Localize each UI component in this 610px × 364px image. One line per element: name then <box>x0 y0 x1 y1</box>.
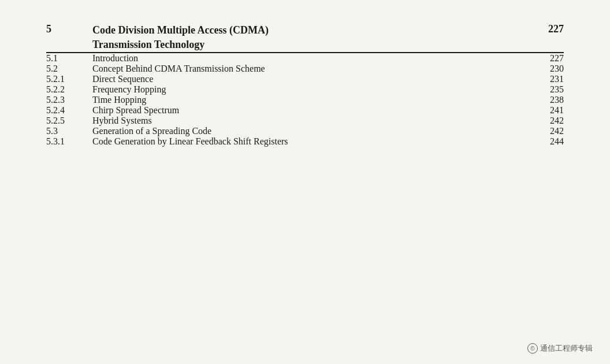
section-row-5-2-1: 5.2.1 Direct Sequence 231 <box>46 74 564 84</box>
section-title-5-3-1: Code Generation by Linear Feedback Shift… <box>92 136 529 147</box>
section-title-5-2: Concept Behind CDMA Transmission Scheme <box>92 64 529 74</box>
chapter-number: 5 <box>46 23 92 52</box>
section-row-5-2-5: 5.2.5 Hybrid Systems 242 <box>46 116 564 126</box>
section-row-5-2: 5.2 Concept Behind CDMA Transmission Sch… <box>46 64 564 74</box>
section-num-5-2: 5.2 <box>46 64 92 74</box>
chapter-title-cell: Code Division Multiple Access (CDMA) Tra… <box>92 23 529 52</box>
section-num-5-3: 5.3 <box>46 126 92 136</box>
section-row-5-1: 5.1 Introduction 227 <box>46 53 564 64</box>
section-num-5-3-1: 5.3.1 <box>46 136 92 147</box>
section-title-5-2-2: Frequency Hopping <box>92 84 529 95</box>
section-page-5-2-2: 235 <box>529 84 564 95</box>
section-page-5-2: 230 <box>529 64 564 74</box>
section-page-5-2-3: 238 <box>529 95 564 105</box>
chapter-title-line2: Transmission Technology <box>92 38 529 52</box>
section-num-5-2-1: 5.2.1 <box>46 74 92 84</box>
section-num-5-2-3: 5.2.3 <box>46 95 92 105</box>
chapter-row: 5 Code Division Multiple Access (CDMA) T… <box>46 23 564 52</box>
section-page-5-1: 227 <box>529 53 564 64</box>
section-page-5-2-4: 241 <box>529 105 564 116</box>
toc-table: 5 Code Division Multiple Access (CDMA) T… <box>46 23 564 147</box>
section-row-5-3-1: 5.3.1 Code Generation by Linear Feedback… <box>46 136 564 147</box>
section-num-5-2-4: 5.2.4 <box>46 105 92 116</box>
section-title-5-1: Introduction <box>92 53 529 64</box>
section-page-5-3: 242 <box>529 126 564 136</box>
chapter-title-line1: Code Division Multiple Access (CDMA) <box>92 23 529 38</box>
watermark-text: 通信工程师专辑 <box>540 343 593 354</box>
section-num-5-2-5: 5.2.5 <box>46 116 92 126</box>
section-title-5-2-3: Time Hopping <box>92 95 529 105</box>
section-num-5-2-2: 5.2.2 <box>46 84 92 95</box>
page-container: 5 Code Division Multiple Access (CDMA) T… <box>0 0 610 364</box>
section-page-5-3-1: 244 <box>529 136 564 147</box>
section-row-5-2-4: 5.2.4 Chirp Spread Spectrum 241 <box>46 105 564 116</box>
section-num-5-1: 5.1 <box>46 53 92 64</box>
watermark-circle-icon: © <box>527 343 538 354</box>
chapter-page: 227 <box>529 23 564 52</box>
section-row-5-2-3: 5.2.3 Time Hopping 238 <box>46 95 564 105</box>
section-title-5-2-5: Hybrid Systems <box>92 116 529 126</box>
watermark: © 通信工程师专辑 <box>527 343 593 354</box>
section-page-5-2-1: 231 <box>529 74 564 84</box>
section-title-5-2-1: Direct Sequence <box>92 74 529 84</box>
section-title-5-2-4: Chirp Spread Spectrum <box>92 105 529 116</box>
section-row-5-3: 5.3 Generation of a Spreading Code 242 <box>46 126 564 136</box>
section-row-5-2-2: 5.2.2 Frequency Hopping 235 <box>46 84 564 95</box>
section-title-5-3: Generation of a Spreading Code <box>92 126 529 136</box>
section-page-5-2-5: 242 <box>529 116 564 126</box>
